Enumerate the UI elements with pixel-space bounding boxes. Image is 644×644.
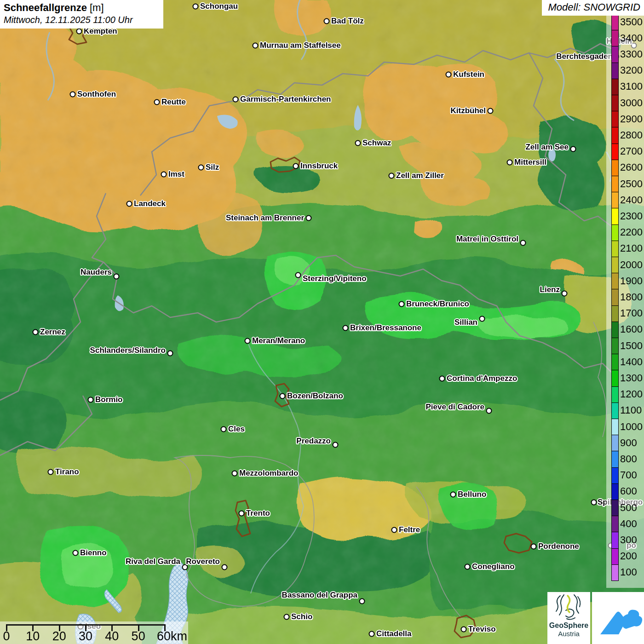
city-dot-murnau-am-staffelsee (253, 43, 259, 49)
legend-swatch (611, 289, 619, 305)
city-label-sonthofen: Sonthofen (77, 90, 116, 99)
legend-tick-label: 600 (620, 485, 637, 497)
city-dot-bormio (88, 397, 94, 403)
city-dot-reutte (154, 99, 160, 105)
legend-swatch (611, 451, 619, 467)
legend-swatch (611, 354, 619, 370)
legend-swatch (611, 63, 619, 79)
legend-tick-label: 2600 (620, 161, 643, 173)
scalebar-label: 10 (26, 629, 40, 644)
city-dot-conegliano (465, 564, 471, 570)
legend-swatch (611, 435, 619, 451)
legend-tick-label: 1400 (620, 356, 643, 368)
legend-tick-label: 1800 (620, 291, 643, 303)
legend-tick-label: 100 (620, 566, 637, 578)
city-label-matrei-in-osttirol: Matrei in Osttirol (456, 235, 518, 244)
legend-swatch (611, 305, 619, 322)
legend-tick-label: 2100 (620, 242, 643, 254)
legend-swatch (611, 402, 619, 419)
city-label-treviso: Treviso (468, 625, 496, 634)
city-label-sterzing-vipiteno: Sterzing/Vipiteno (303, 274, 367, 283)
legend-swatch (611, 273, 619, 289)
city-label-meran-merano: Meran/Merano (252, 336, 305, 345)
legend-swatch (611, 322, 619, 338)
model-label: Modell: SNOWGRID (542, 0, 644, 16)
legend-swatch (611, 419, 619, 435)
page-title: Schneefallgrenze[m] (4, 2, 159, 14)
legend-tick-label: 3500 (620, 16, 643, 28)
legend-swatch (611, 532, 619, 548)
legend-swatch (611, 500, 619, 516)
city-label-sillian: Sillian (454, 318, 477, 327)
city-label-brixen-bressanone: Brixen/Bressanone (350, 323, 421, 333)
city-dot-kitzb-hel (488, 108, 494, 114)
city-label-innsbruck: Innsbruck (300, 161, 338, 171)
city-label-murnau-am-staffelsee: Murnau am Staffelsee (260, 41, 341, 50)
city-dot-schongau (193, 4, 199, 10)
legend-swatch (611, 370, 619, 386)
legend-tick-label: 2900 (620, 113, 643, 125)
legend-tick-label: 3400 (620, 32, 643, 44)
city-dot-zell-am-see (570, 146, 576, 152)
city-dot-mittersill (507, 160, 513, 166)
city-label-bienno: Bienno (80, 548, 107, 558)
distance-scalebar: 0102030405060km (0, 621, 188, 644)
city-dot-steinach-am-brenner (306, 215, 312, 221)
legend-tick-label: 2300 (620, 210, 643, 222)
city-label-steinach-am-brenner: Steinach am Brenner (226, 213, 304, 223)
scalebar-label: 60km (157, 629, 187, 644)
city-label-cittadella: Cittadella (376, 629, 412, 638)
city-label-schio: Schio (291, 612, 312, 621)
legend-tick-label: 1700 (620, 307, 643, 319)
city-label-reutte: Reutte (161, 98, 186, 107)
city-label-pieve-di-cadore: Pieve di Cadore (426, 402, 484, 412)
legend-tick-label: 300 (620, 534, 637, 546)
city-dot-predazzo (333, 442, 339, 448)
legend-tick-label: 2400 (620, 194, 643, 206)
city-dot-bruneck-brunico (399, 301, 405, 307)
legend-swatch (611, 176, 619, 192)
city-dot-bienno (73, 550, 79, 556)
legend-swatch (611, 386, 619, 403)
title-box: Schneefallgrenze[m] Mittwoch, 12.11.2025… (0, 0, 163, 29)
city-dot-spilimbergo (591, 500, 597, 506)
legend-swatch (611, 208, 619, 224)
legend-swatch (611, 192, 619, 208)
city-dot-matrei-in-osttirol (520, 240, 526, 246)
city-dot-bassano-del-grappa (359, 598, 365, 604)
legend-tick-label: 2200 (620, 226, 643, 238)
city-label-tirano: Tirano (55, 467, 79, 477)
geosphere-logo: GeoSphere Austria (547, 592, 590, 644)
legend-swatch (611, 548, 619, 565)
city-dot-garmisch-partenkirchen (233, 97, 239, 103)
city-dot-schwaz (355, 140, 361, 146)
legend-tick-label: 800 (620, 453, 637, 465)
city-dot-imst (161, 172, 167, 178)
legend-swatch (611, 111, 619, 127)
scalebar-label: 30 (79, 629, 92, 644)
city-dot-schlanders-silandro (167, 351, 173, 356)
legend-tick-label: 2800 (620, 129, 643, 141)
legend-tick-label: 1500 (620, 340, 643, 352)
legend-tick-label: 1900 (620, 275, 643, 287)
city-label-belluno: Belluno (458, 490, 486, 499)
city-label-zell-am-ziller: Zell am Ziller (396, 171, 444, 180)
legend-swatch (611, 79, 619, 95)
legend-swatch (611, 467, 619, 484)
legend-tick-label: 900 (620, 437, 637, 449)
city-dot-bozen-bolzano (280, 393, 286, 399)
city-dot-pieve-di-cadore (486, 408, 492, 414)
city-dot-treviso (461, 627, 467, 632)
city-label-cortina-d-ampezzo: Cortina d'Ampezzo (447, 374, 517, 383)
legend-swatch (611, 95, 619, 111)
city-label-riva-del-garda: Riva del Garda (126, 557, 180, 566)
mountain-cloud-icon (592, 592, 644, 644)
city-label-cles: Cles (228, 425, 245, 434)
partner-logo (592, 592, 644, 644)
city-label-nauders: Nauders (80, 268, 112, 277)
city-dot-nauders (114, 274, 120, 280)
legend-swatch (611, 30, 619, 46)
geosphere-contour-icon (553, 592, 585, 621)
city-label-garmisch-partenkirchen: Garmisch-Partenkirchen (240, 95, 331, 104)
scalebar-label: 20 (52, 629, 66, 644)
